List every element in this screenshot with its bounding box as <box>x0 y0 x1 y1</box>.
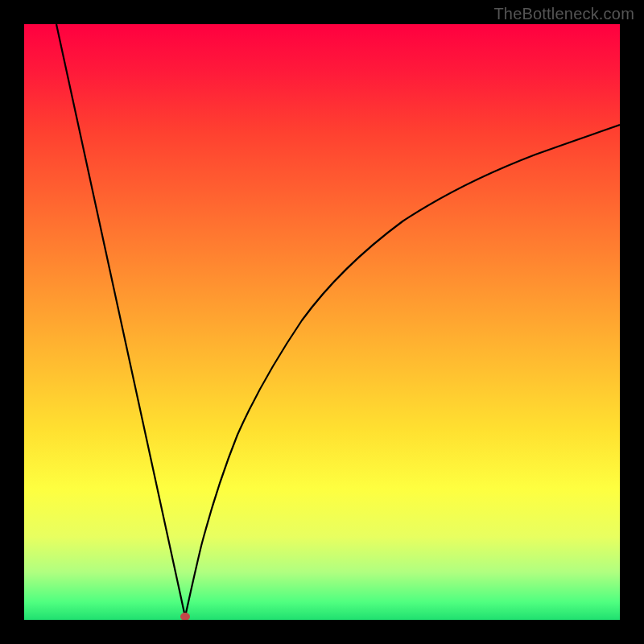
minimum-marker <box>180 613 190 620</box>
curve-left <box>56 24 185 617</box>
curve-right <box>185 125 620 617</box>
plot-area <box>24 24 620 620</box>
plot-svg <box>24 24 620 620</box>
chart-container: TheBottleneck.com <box>0 0 644 644</box>
attribution-text: TheBottleneck.com <box>493 5 634 23</box>
